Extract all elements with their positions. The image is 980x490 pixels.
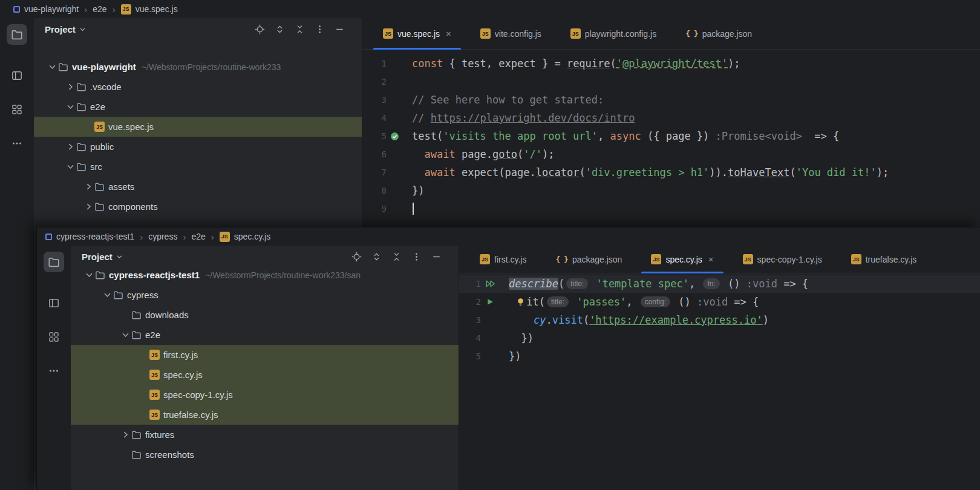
breadcrumb-item-e2e[interactable]: e2e [191,232,205,241]
breadcrumb-item-cypress[interactable]: cypress [148,232,177,241]
options-icon[interactable] [411,251,422,262]
breadcrumb-item-vue-spec-js[interactable]: JSvue.spec.js [121,4,178,15]
tab-spec-cy-js[interactable]: JSspec.cy.js× [636,246,728,273]
tree-item-downloads[interactable]: downloads [71,305,459,325]
line-number: 8 [362,186,387,195]
close-icon[interactable]: × [708,254,714,264]
tool-window-button-more[interactable] [44,361,64,381]
editor-tab-bar: JSvue.spec.js×JSvite.config.jsJSplaywrig… [362,18,980,50]
tool-window-button-structure[interactable] [44,293,64,313]
chevron-down-icon[interactable] [64,103,76,111]
tool-window-button-project[interactable] [44,252,64,272]
test-pass-icon[interactable] [387,132,402,141]
tree-item-components[interactable]: components [34,197,362,217]
run-all-icon[interactable] [481,279,499,288]
breadcrumb-item-e2e[interactable]: e2e [93,4,106,14]
tree-item-vue-playwright[interactable]: vue-playwright~/WebstormProjects/routine… [34,57,362,77]
tool-window-button-project[interactable] [7,24,27,45]
run-icon[interactable] [481,298,499,306]
code-token: '/' [523,148,542,160]
tab-package-json[interactable]: { }package.json [541,246,636,273]
js-file-icon: JS [149,390,160,400]
chevron-down-icon[interactable] [83,271,95,279]
expand-icon[interactable] [371,251,382,262]
breadcrumb-item-cypress-reactjs-test1[interactable]: cypress-reactjs-test1 [45,232,134,241]
code-line: 4// https://playwright.dev/docs/intro [362,109,980,127]
tab-package-json[interactable]: { }package.json [671,18,766,49]
tab-label: playwright.config.js [585,29,656,39]
tool-window-button-services[interactable] [44,327,64,347]
tree-item-cypress-reactjs-test1[interactable]: cypress-reactjs-test1~/WebstormProjects/… [71,265,459,285]
chevron-down-icon[interactable] [101,291,113,299]
tree-item-public[interactable]: public [34,137,362,157]
tab-playwright-config-js[interactable]: JSplaywright.config.js [556,18,671,49]
chevron-right-icon[interactable] [119,431,131,439]
chevron-right-icon[interactable] [64,83,76,91]
code-editor[interactable]: 1describe(title: 'template spec', fn: ()… [459,273,980,490]
tree-item-src[interactable]: src [34,157,362,177]
tree-item-cypress[interactable]: cypress [71,285,459,305]
tree-item-assets[interactable]: assets [34,177,362,197]
tree-item-spec-copy-1-cy-js[interactable]: JSspec-copy-1.cy.js [71,385,459,405]
tab-vue-spec-js[interactable]: JSvue.spec.js× [368,18,466,49]
tab-spec-copy-1-cy-js[interactable]: JSspec-copy-1.cy.js [728,246,837,273]
line-number: 3 [362,95,387,105]
chevron-right-icon[interactable] [82,183,94,191]
code-token: // See here how to get started: [412,94,604,106]
code-token: ( [579,166,585,178]
line-number: 2 [459,297,481,307]
chevron-right-icon[interactable] [82,203,94,211]
code-line: 3 cy.visit('https://example.cypress.io') [459,311,980,329]
tab-vite-config-js[interactable]: JSvite.config.js [466,18,556,49]
js-file-icon: JS [480,254,490,264]
chevron-right-icon[interactable] [64,143,76,151]
chevron-down-icon[interactable] [119,331,131,339]
locate-icon[interactable] [254,24,265,34]
code-token: ( [610,57,616,70]
services-icon [48,331,60,343]
expand-icon[interactable] [274,24,285,34]
hide-icon[interactable] [334,24,345,34]
project-icon [11,28,23,41]
project-panel-title[interactable]: Project [45,24,76,34]
code-token: locator [536,166,580,178]
tree-item-vscode[interactable]: .vscode [34,77,362,97]
tree-item-spec-cy-js[interactable]: JSspec.cy.js [71,365,459,385]
tool-window-button-services[interactable] [7,99,27,120]
line-number: 9 [362,204,387,214]
chevron-down-icon[interactable] [64,163,76,171]
breadcrumb-label: vue-playwright [24,4,79,14]
editor-area[interactable]: JSfirst.cy.js{ }package.jsonJSspec.cy.js… [459,246,980,490]
tree-item-e2e[interactable]: e2e [34,97,362,117]
tree-item-label: cypress-reactjs-test1 [109,270,200,280]
tree-item-truefalse-cy-js[interactable]: JStruefalse.cy.js [71,405,459,425]
tree-item-e2e[interactable]: e2e [71,325,459,345]
breadcrumb-item-spec-cy-js[interactable]: JSspec.cy.js [220,232,270,242]
chevron-down-icon[interactable] [46,63,58,71]
project-panel-title[interactable]: Project [82,252,113,262]
tool-window-button-structure[interactable] [7,65,27,86]
code-token: ( [539,296,545,308]
tool-window-button-more[interactable] [7,133,27,154]
hide-icon[interactable] [431,251,442,262]
bulb-icon[interactable] [515,298,526,307]
breadcrumb-item-vue-playwright[interactable]: vue-playwright [13,4,79,14]
locate-icon[interactable] [351,251,362,262]
breadcrumb-separator: › [84,4,87,15]
services-icon [11,103,23,116]
tab-truefalse-cy-js[interactable]: JStruefalse.cy.js [837,246,932,273]
js-file-icon: JS [149,350,160,360]
collapse-icon[interactable] [294,24,305,34]
close-icon[interactable]: × [446,28,451,39]
code-text: }) [509,332,534,344]
options-icon[interactable] [314,24,325,34]
chevron-down-icon[interactable] [79,26,86,33]
line-number: 5 [459,351,481,361]
tab-first-cy-js[interactable]: JSfirst.cy.js [465,246,541,273]
chevron-down-icon[interactable] [116,253,123,260]
collapse-icon[interactable] [391,251,402,262]
tree-item-vue-spec-js[interactable]: JSvue.spec.js [34,117,362,137]
tree-item-fixtures[interactable]: fixtures [71,425,459,445]
tree-item-first-cy-js[interactable]: JSfirst.cy.js [71,345,459,365]
tree-item-screenshots[interactable]: screenshots [71,445,459,465]
